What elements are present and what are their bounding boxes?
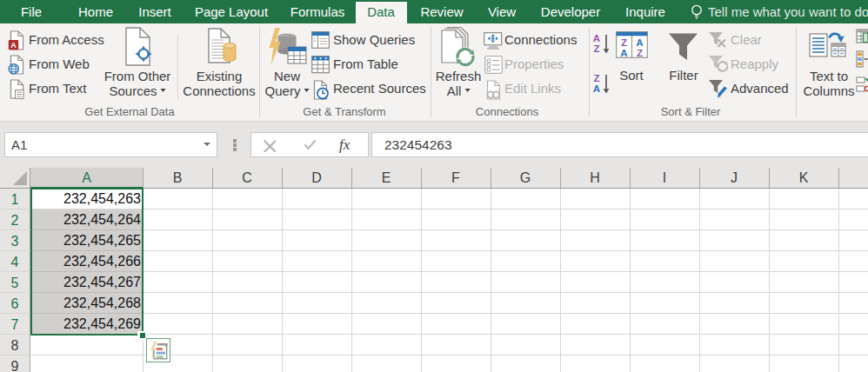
svg-text:Z: Z (621, 37, 627, 48)
svg-text:A: A (620, 48, 627, 58)
svg-text:Z: Z (637, 48, 643, 58)
svg-text:Z: Z (593, 43, 599, 54)
svg-text:Z: Z (593, 73, 599, 83)
svg-text:A: A (593, 33, 600, 43)
svg-text:A: A (10, 41, 17, 50)
svg-text:A: A (593, 83, 600, 94)
svg-text:A: A (636, 37, 643, 48)
